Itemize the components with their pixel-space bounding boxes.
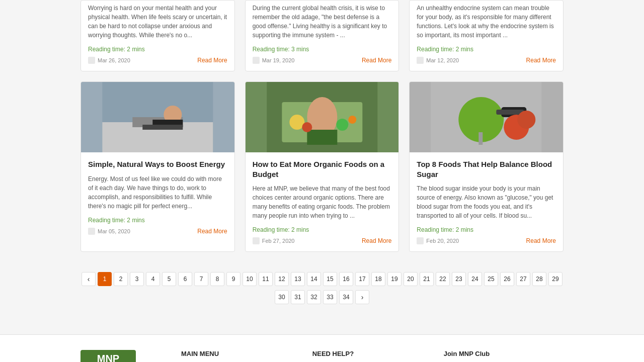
page-btn-6[interactable]: 6 <box>178 272 192 286</box>
top-card-1: Worrying is hard on your mental health a… <box>80 0 235 71</box>
main-card-2-reading-time: Reading time: 2 mins <box>253 226 392 233</box>
page-btn-28[interactable]: 28 <box>532 272 546 286</box>
main-card-2-text: Here at MNP, we believe that many of the… <box>253 184 392 220</box>
footer: MNP HEALTHCARE SOLUTIONS SINCE 1984 * Th… <box>0 334 644 362</box>
page-btn-15[interactable]: 15 <box>323 272 337 286</box>
pagination: ‹ 1 2 3 4 5 6 7 8 9 10 11 12 13 14 15 16… <box>80 262 564 324</box>
page-btn-31[interactable]: 31 <box>291 290 305 304</box>
page-btn-5[interactable]: 5 <box>162 272 176 286</box>
main-card-2-title: How to Eat More Organic Foods on a Budge… <box>253 159 392 179</box>
page-btn-33[interactable]: 33 <box>323 290 337 304</box>
footer-logo-section: MNP HEALTHCARE SOLUTIONS SINCE 1984 * Th… <box>80 350 151 362</box>
main-card-2-read-more[interactable]: Read More <box>362 237 391 244</box>
page-btn-19[interactable]: 19 <box>387 272 401 286</box>
page-btn-26[interactable]: 26 <box>500 272 514 286</box>
calendar-icon <box>417 237 424 244</box>
top-card-2-text: During the current global health crisis,… <box>253 4 392 40</box>
top-card-3-text: An unhealthy endocrine system can mean t… <box>417 4 556 40</box>
top-cards-row: Worrying is hard on your mental health a… <box>80 0 564 71</box>
page-btn-27[interactable]: 27 <box>516 272 530 286</box>
main-card-2: How to Eat More Organic Foods on a Budge… <box>245 81 399 252</box>
page-btn-32[interactable]: 32 <box>307 290 321 304</box>
main-card-2-date: Feb 27, 2020 <box>262 238 295 244</box>
logo-mnp: MNP <box>80 353 136 362</box>
footer-need-help: NEED HELP? Contact Us Privacy Policy Ter… <box>312 350 414 362</box>
calendar-icon <box>253 57 260 64</box>
svg-point-12 <box>336 119 348 131</box>
main-card-1-date: Mar 05, 2020 <box>98 228 130 234</box>
svg-point-19 <box>518 111 536 129</box>
page-btn-16[interactable]: 16 <box>339 272 353 286</box>
page-btn-25[interactable]: 25 <box>484 272 498 286</box>
page-btn-17[interactable]: 17 <box>355 272 369 286</box>
page-btn-4[interactable]: 4 <box>146 272 160 286</box>
svg-rect-20 <box>479 132 483 145</box>
top-card-3-date: Mar 12, 2020 <box>426 57 459 63</box>
page-btn-12[interactable]: 12 <box>275 272 289 286</box>
main-card-1-reading-time: Reading time: 2 mins <box>88 217 227 224</box>
main-card-1-text: Energy. Most of us feel like we could do… <box>88 174 227 211</box>
calendar-icon <box>417 57 424 64</box>
page-btn-30[interactable]: 30 <box>275 290 289 304</box>
main-card-3-text: The blood sugar inside your body is your… <box>417 184 556 220</box>
prev-page-button[interactable]: ‹ <box>82 272 96 286</box>
svg-point-13 <box>348 116 356 124</box>
page-btn-23[interactable]: 23 <box>452 272 466 286</box>
page-btn-24[interactable]: 24 <box>468 272 482 286</box>
main-card-3-reading-time: Reading time: 2 mins <box>417 226 556 233</box>
page-btn-1[interactable]: 1 <box>98 272 112 286</box>
calendar-icon <box>253 237 260 244</box>
calendar-icon <box>88 228 95 235</box>
page-btn-22[interactable]: 22 <box>436 272 450 286</box>
top-card-3-read-more[interactable]: Read More <box>526 57 556 64</box>
top-card-3: An unhealthy endocrine system can mean t… <box>409 0 564 71</box>
next-page-button[interactable]: › <box>355 290 369 304</box>
page-btn-14[interactable]: 14 <box>307 272 321 286</box>
page-btn-29[interactable]: 29 <box>548 272 562 286</box>
footer-main-menu: MAIN MENU Naturopathy About Us Store Loc… <box>181 350 282 362</box>
top-card-1-date: Mar 26, 2020 <box>98 57 130 63</box>
page-btn-20[interactable]: 20 <box>404 272 418 286</box>
footer-join-club: Join MNP Club Submit Join the MNP Health… <box>444 350 564 362</box>
top-card-2-reading-time: Reading time: 3 mins <box>253 46 392 53</box>
top-card-2-read-more[interactable]: Read More <box>362 57 391 64</box>
page-btn-13[interactable]: 13 <box>291 272 305 286</box>
top-card-2: During the current global health crisis,… <box>245 0 399 71</box>
page-container: Worrying is hard on your mental health a… <box>0 0 644 362</box>
footer-main-menu-title: MAIN MENU <box>181 350 282 357</box>
top-card-3-reading-time: Reading time: 2 mins <box>417 46 556 53</box>
page-btn-2[interactable]: 2 <box>114 272 128 286</box>
main-card-1-read-more[interactable]: Read More <box>197 228 227 235</box>
cards-section: Worrying is hard on your mental health a… <box>0 0 644 334</box>
main-card-3-read-more[interactable]: Read More <box>526 237 556 244</box>
calendar-icon <box>88 57 95 64</box>
footer-logo: MNP HEALTHCARE SOLUTIONS SINCE 1984 <box>80 350 136 362</box>
page-btn-10[interactable]: 10 <box>243 272 257 286</box>
main-card-3: Top 8 Foods That Help Balance Blood Suga… <box>409 81 564 252</box>
page-btn-9[interactable]: 9 <box>226 272 240 286</box>
top-card-2-date: Mar 19, 2020 <box>262 57 295 63</box>
page-btn-8[interactable]: 8 <box>210 272 224 286</box>
card-2-image <box>246 82 399 152</box>
main-card-3-title: Top 8 Foods That Help Balance Blood Suga… <box>417 159 556 179</box>
top-card-1-reading-time: Reading time: 2 mins <box>88 46 227 53</box>
page-btn-7[interactable]: 7 <box>194 272 208 286</box>
page-btn-3[interactable]: 3 <box>130 272 144 286</box>
svg-rect-5 <box>142 125 183 130</box>
card-3-image <box>410 82 563 152</box>
page-btn-34[interactable]: 34 <box>339 290 353 304</box>
top-card-1-read-more[interactable]: Read More <box>197 57 227 64</box>
card-1-image <box>81 82 234 152</box>
main-card-1: Simple, Natural Ways to Boost Energy Ene… <box>80 81 235 252</box>
main-card-1-title: Simple, Natural Ways to Boost Energy <box>88 159 227 169</box>
page-btn-11[interactable]: 11 <box>259 272 273 286</box>
main-card-3-date: Feb 20, 2020 <box>426 238 459 244</box>
main-cards-row: Simple, Natural Ways to Boost Energy Ene… <box>80 81 564 252</box>
page-btn-21[interactable]: 21 <box>420 272 434 286</box>
svg-point-11 <box>302 122 312 132</box>
page-btn-18[interactable]: 18 <box>371 272 385 286</box>
svg-rect-9 <box>307 130 337 145</box>
footer-need-help-title: NEED HELP? <box>312 350 414 357</box>
top-card-1-text: Worrying is hard on your mental health a… <box>88 4 227 40</box>
footer-join-title: Join MNP Club <box>444 350 564 357</box>
